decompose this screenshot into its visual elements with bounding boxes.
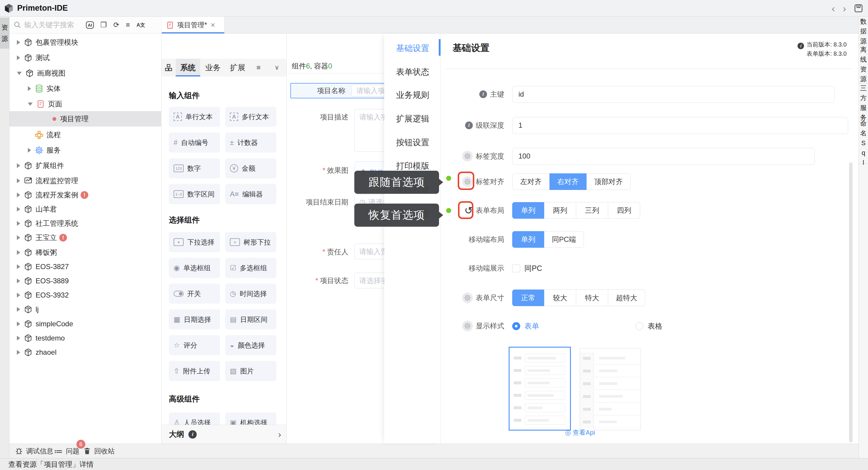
segment-option-顶部对齐[interactable]: 顶部对齐 — [587, 173, 631, 190]
ai-assistant-icon[interactable]: AI — [86, 21, 94, 29]
palette-item-金额[interactable]: ¥金额 — [225, 158, 276, 178]
outline-toggle-bar[interactable]: 大纲 i › — [161, 425, 286, 444]
setting-input-主键[interactable] — [512, 86, 835, 103]
palette-item-多选框组[interactable]: ☑多选框组 — [225, 258, 276, 278]
display-style-table-preview[interactable] — [580, 348, 641, 430]
palette-item-时间选择[interactable]: ◷时间选择 — [225, 284, 276, 304]
palette-item-计数器[interactable]: ±计数器 — [225, 133, 276, 153]
tree-item-simpleCode[interactable]: simpleCode — [9, 317, 161, 331]
palette-item-评分[interactable]: ☆评分 — [169, 335, 220, 355]
tree-item-流程监控管理[interactable]: 流程监控管理 — [9, 174, 161, 188]
segment-option-单列[interactable]: 单列 — [512, 202, 544, 219]
caret-collapsed-icon[interactable] — [17, 55, 20, 60]
segment-option-三列[interactable]: 三列 — [576, 202, 608, 219]
caret-expanded-icon[interactable] — [28, 102, 33, 106]
tree-item-EOS-3932[interactable]: EOS-3932 — [9, 288, 161, 302]
settings-menu-按钮设置[interactable]: 按钮设置 — [396, 137, 429, 148]
right-rail-tab-3[interactable]: 三方服务 — [859, 84, 868, 122]
segment-option-正常[interactable]: 正常 — [512, 290, 544, 306]
bottom-toolbar-调试信息[interactable]: 调试信息 — [15, 444, 53, 458]
palette-item-数字区间[interactable]: 1~3数字区间 — [169, 184, 220, 204]
palette-item-树形下拉[interactable]: ≡树形下拉 — [225, 232, 276, 252]
settings-menu-表单状态[interactable]: 表单状态 — [396, 66, 429, 78]
caret-collapsed-icon[interactable] — [17, 278, 20, 283]
palette-item-下拉选择[interactable]: ▾下拉选择 — [169, 232, 220, 252]
segment-option-左对齐[interactable]: 左对齐 — [512, 173, 550, 190]
tree-item-页面[interactable]: 页面 — [9, 97, 161, 111]
field-select-项目状态[interactable]: 请选择项目状态 — [354, 273, 384, 288]
palette-filter-icon[interactable]: ≡ — [250, 59, 267, 77]
palette-item-多行文本[interactable]: A多行文本 — [225, 107, 276, 127]
segment-option-较大[interactable]: 较大 — [544, 290, 576, 306]
caret-collapsed-icon[interactable] — [17, 235, 20, 240]
palette-item-日期选择[interactable]: ▦日期选择 — [169, 310, 220, 329]
caret-collapsed-icon[interactable] — [28, 86, 31, 91]
right-rail-tab-4[interactable]: 命名Sql — [859, 122, 868, 164]
setting-input-级联深度[interactable] — [512, 117, 848, 134]
tree-item-社工管理系统[interactable]: 社工管理系统 — [9, 216, 161, 231]
settings-scrollbar[interactable] — [849, 163, 852, 442]
bottom-toolbar-回收站[interactable]: 回收站 — [83, 444, 115, 458]
palette-item-日期区间[interactable]: ▤日期区间 — [225, 310, 276, 329]
search-input[interactable] — [24, 21, 87, 29]
tab-project-management[interactable]: 项目管理* × — [162, 17, 224, 33]
tree-item-实体[interactable]: 实体 — [9, 82, 161, 96]
tree-item-测试[interactable]: 测试 — [9, 51, 161, 65]
caret-collapsed-icon[interactable] — [17, 250, 20, 255]
settings-menu-基础设置[interactable]: 基础设置 — [396, 43, 429, 54]
caret-collapsed-icon[interactable] — [17, 350, 20, 355]
nav-forward-icon[interactable]: › — [843, 3, 846, 13]
tree-item-EOS-3827[interactable]: EOS-3827 — [9, 260, 161, 274]
tree-item-lj[interactable]: lj — [9, 302, 161, 317]
setting-input-标签宽度[interactable] — [512, 148, 815, 165]
palette-item-编辑器[interactable]: A≡编辑器 — [225, 184, 276, 204]
caret-collapsed-icon[interactable] — [28, 148, 31, 153]
palette-item-开关[interactable]: 开关 — [169, 284, 220, 304]
new-module-icon[interactable]: ❐ — [100, 21, 107, 28]
radio-option-表单[interactable]: 表单 — [512, 321, 539, 331]
tree-item-山羊君[interactable]: 山羊君 — [9, 202, 161, 216]
tree-item-扩展组件[interactable]: 扩展组件 — [9, 158, 161, 173]
field-input-责任人[interactable]: 请输入责任人 — [354, 243, 384, 259]
tree-item-画廊视图[interactable]: 画廊视图 — [9, 66, 161, 80]
palette-item-单选框组[interactable]: ◉单选框组 — [169, 258, 220, 278]
tree-item-项目管理[interactable]: 项目管理 — [9, 111, 161, 126]
field-project-name-selected[interactable]: 项目名称请输入项目名称 — [290, 83, 384, 98]
rail-tab-resources[interactable]: 资源 — [0, 18, 9, 49]
caret-collapsed-icon[interactable] — [17, 193, 20, 197]
palette-item-单行文本[interactable]: A单行文本 — [169, 107, 220, 127]
settings-menu-业务规则[interactable]: 业务规则 — [396, 89, 429, 101]
caret-collapsed-icon[interactable] — [17, 221, 20, 226]
caret-collapsed-icon[interactable] — [17, 307, 20, 312]
translate-icon[interactable]: A文 — [136, 23, 145, 28]
segment-option-特大[interactable]: 特大 — [576, 290, 608, 306]
nav-back-icon[interactable]: ‹ — [832, 3, 835, 13]
tree-item-testdemo[interactable]: testdemo — [9, 331, 161, 345]
caret-collapsed-icon[interactable] — [17, 178, 20, 183]
tree-item-流程[interactable]: 流程 — [9, 128, 161, 142]
tree-item-流程开发案例[interactable]: 流程开发案例! — [9, 188, 161, 202]
tree-item-zhaoel[interactable]: zhaoel — [9, 345, 161, 359]
palette-item-自动编号[interactable]: #自动编号 — [169, 133, 220, 153]
caret-collapsed-icon[interactable] — [17, 293, 20, 297]
caret-collapsed-icon[interactable] — [17, 207, 20, 212]
sort-list-icon[interactable]: ≡ — [126, 21, 130, 28]
palette-item-图片[interactable]: ▧图片 — [225, 361, 276, 381]
palette-tab-扩展[interactable]: 扩展 — [225, 59, 250, 77]
radio-option-表格[interactable]: 表格 — [636, 321, 662, 331]
caret-collapsed-icon[interactable] — [17, 40, 20, 45]
view-api-link[interactable]: ◎ 查看Api — [548, 428, 613, 437]
segment-option-四列[interactable]: 四列 — [608, 202, 640, 219]
checkbox-同PC[interactable] — [512, 264, 520, 272]
field-textarea-项目描述[interactable]: 请输入项目描述 — [354, 109, 384, 152]
palette-collapse-icon[interactable]: ∨ — [267, 59, 287, 77]
right-rail-tab-1[interactable]: 数据源 — [859, 18, 868, 45]
save-icon[interactable] — [854, 4, 863, 13]
refresh-icon[interactable]: ⟳ — [114, 21, 119, 28]
palette-tab-业务[interactable]: 业务 — [200, 59, 225, 77]
segment-option-右对齐[interactable]: 右对齐 — [550, 173, 587, 190]
right-rail-tab-2[interactable]: 离线资源 — [859, 45, 868, 84]
caret-collapsed-icon[interactable] — [17, 163, 20, 168]
settings-menu-打印模版[interactable]: 打印模版 — [396, 160, 429, 172]
palette-item-颜色选择[interactable]: ◒颜色选择 — [225, 335, 276, 355]
